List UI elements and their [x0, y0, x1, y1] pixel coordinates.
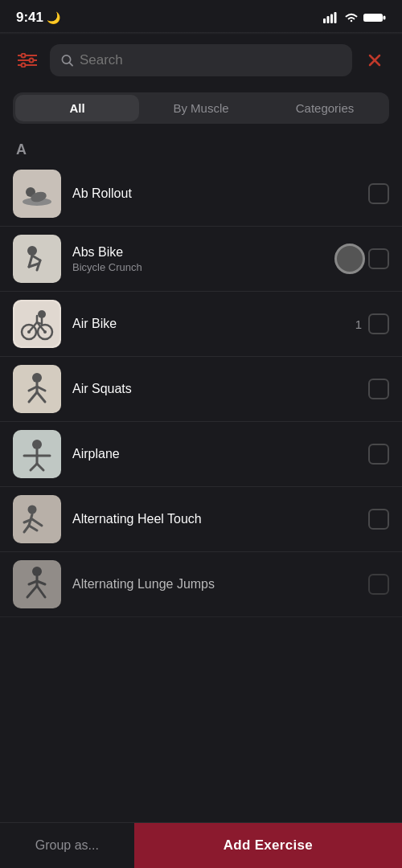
close-icon [368, 54, 381, 67]
svg-rect-50 [14, 497, 59, 542]
exercise-thumbnail [13, 430, 61, 478]
exercise-item[interactable]: Abs Bike Bicycle Crunch [0, 227, 402, 292]
exercise-info: Alternating Lunge Jumps [72, 577, 357, 592]
exercise-thumbnail [13, 495, 61, 543]
exercise-right [368, 444, 389, 465]
svg-rect-4 [363, 14, 383, 22]
svg-rect-3 [334, 12, 337, 23]
wifi-icon [344, 12, 359, 23]
exercise-item[interactable]: Alternating Lunge Jumps [0, 552, 402, 617]
exercise-info: Air Squats [72, 382, 357, 396]
filter-icon [18, 53, 37, 68]
search-icon [61, 54, 73, 67]
svg-point-51 [28, 506, 37, 514]
exercise-name: Alternating Lunge Jumps [72, 577, 357, 592]
svg-point-34 [38, 310, 46, 318]
svg-rect-2 [330, 14, 333, 24]
exercise-info: Airplane [72, 447, 357, 461]
exercise-checkbox[interactable] [368, 379, 389, 399]
search-input-wrapper[interactable] [50, 44, 352, 76]
exercise-thumbnail [13, 365, 61, 413]
exercise-right [368, 183, 389, 204]
exercise-item[interactable]: Airplane [0, 422, 402, 487]
segment-by-muscle[interactable]: By Muscle [139, 95, 263, 121]
bottom-bar: Group as... Add Exercise [0, 822, 402, 868]
svg-point-38 [32, 373, 42, 383]
add-exercise-button[interactable]: Add Exercise [134, 823, 402, 868]
svg-point-9 [30, 59, 34, 63]
exercise-name: Air Bike [72, 317, 344, 331]
exercise-info: Abs Bike Bicycle Crunch [72, 245, 357, 273]
exercise-name: Ab Rollout [72, 186, 357, 201]
exercise-checkbox[interactable] [368, 444, 389, 465]
exercise-checkbox[interactable] [368, 574, 389, 595]
signal-icon [323, 12, 339, 23]
exercise-item[interactable]: Air Squats [0, 357, 402, 422]
exercise-thumbnail [13, 235, 61, 283]
exercise-name: Alternating Heel Touch [72, 512, 357, 526]
status-icons [323, 12, 386, 23]
exercise-right [368, 509, 389, 530]
exercise-right [368, 248, 389, 269]
svg-point-45 [32, 440, 42, 449]
svg-line-13 [69, 63, 72, 66]
exercise-name: Abs Bike [72, 245, 357, 260]
exercise-right [368, 379, 389, 399]
close-button[interactable] [360, 46, 389, 75]
svg-rect-26 [14, 301, 59, 346]
exercise-item[interactable]: Air Bike 1 [0, 292, 402, 357]
group-as-button[interactable]: Group as... [0, 824, 134, 867]
segment-categories[interactable]: Categories [263, 95, 387, 121]
moon-icon: 🌙 [47, 11, 60, 24]
exercise-thumbnail [13, 560, 61, 608]
svg-rect-0 [323, 18, 326, 23]
svg-rect-5 [384, 16, 386, 20]
exercise-item[interactable]: Ab Rollout [0, 162, 402, 227]
exercise-info: Ab Rollout [72, 186, 357, 201]
exercise-info: Air Bike [72, 317, 344, 331]
status-bar: 9:41 🌙 [0, 0, 402, 32]
exercise-info: Alternating Heel Touch [72, 512, 357, 526]
exercise-right: 1 [355, 313, 389, 334]
battery-icon [363, 12, 386, 23]
exercise-name: Air Squats [72, 382, 357, 396]
status-time: 9:41 [16, 10, 43, 26]
search-input[interactable] [80, 52, 341, 68]
svg-point-11 [22, 63, 26, 68]
search-container [0, 35, 402, 86]
exercise-count: 1 [355, 317, 362, 331]
exercise-checkbox[interactable] [368, 183, 389, 204]
exercise-item[interactable]: Alternating Heel Touch [0, 487, 402, 552]
exercise-checkbox[interactable] [368, 313, 389, 334]
segment-all[interactable]: All [15, 95, 139, 121]
svg-point-21 [27, 246, 37, 256]
exercise-alt-name: Bicycle Crunch [72, 261, 357, 273]
exercise-thumbnail [13, 170, 61, 218]
segment-control: All By Muscle Categories [13, 92, 389, 124]
filter-button[interactable] [13, 46, 42, 75]
exercise-name: Airplane [72, 447, 357, 461]
exercise-thumbnail [13, 300, 61, 348]
exercise-checkbox[interactable] [368, 248, 389, 269]
section-letter-a: A [0, 137, 402, 162]
exercise-checkbox[interactable] [368, 509, 389, 530]
drag-handle[interactable] [334, 244, 365, 274]
exercise-right [368, 574, 389, 595]
svg-rect-1 [327, 16, 330, 23]
svg-point-7 [22, 54, 26, 58]
svg-point-58 [32, 567, 42, 576]
exercise-list: Ab Rollout Abs Bike Bicycle Crunch [0, 162, 402, 617]
